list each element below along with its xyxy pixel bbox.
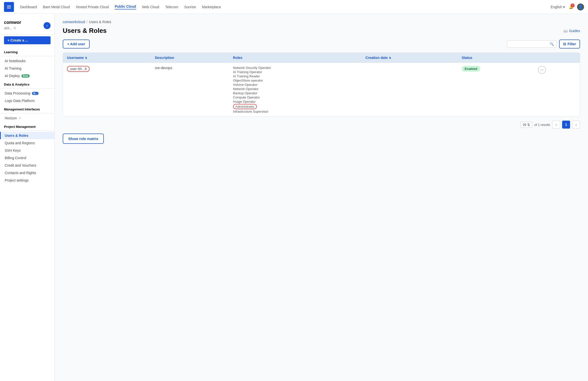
nav-link-dashboard[interactable]: Dashboard xyxy=(20,5,37,9)
role-item: Compute Operator xyxy=(233,95,357,99)
nav-link-hosted-private-cloud[interactable]: Hosted Private Cloud xyxy=(76,5,109,9)
role-item: Network Operator xyxy=(233,87,357,91)
cell-roles: Network Security OperatorAI Training Ope… xyxy=(229,63,361,117)
page-size-select[interactable]: 25 ⇅ xyxy=(521,122,532,128)
nav-link-bare-metal-cloud[interactable]: Bare Metal Cloud xyxy=(43,5,70,9)
user-account-icon[interactable]: 👤 xyxy=(577,3,584,10)
pagination: 25 ⇅ of 1 results ‹ 1 › xyxy=(63,121,580,129)
logo-icon[interactable] xyxy=(4,2,14,12)
nav-link-marketplace[interactable]: Marketplace xyxy=(202,5,221,9)
role-item: Volume Operator xyxy=(233,83,357,87)
breadcrumb: comworkcloud / Users & Roles xyxy=(63,20,580,24)
copy-icon[interactable]: ⧉ xyxy=(14,26,16,30)
sidebar-item-contacts-rights[interactable]: Contacts and Rights xyxy=(0,169,55,177)
expand-button[interactable]: › xyxy=(44,22,51,29)
sidebar-section-label-management-interfaces: Management Interfaces xyxy=(0,104,55,112)
nav-link-sunrise[interactable]: Sunrise xyxy=(184,5,196,9)
nav-link-web-cloud[interactable]: Web Cloud xyxy=(142,5,159,9)
role-administrator: Administrator xyxy=(233,104,257,109)
status-badge: Enabled xyxy=(462,66,480,72)
sidebar-item-logs-data-platform[interactable]: Logs Data Platform xyxy=(0,97,55,104)
users-table: Username⇅DescriptionRolesCreation date⇅S… xyxy=(63,53,580,116)
sidebar-item-badge: Beta xyxy=(21,74,30,78)
toolbar-right: 🔍 ⊟ Filter xyxy=(507,40,580,48)
guides-button[interactable]: 📖 Guides xyxy=(563,29,580,33)
sidebar-item-ai-training[interactable]: AI Training xyxy=(0,65,55,72)
sidebar-item-label: Project settings xyxy=(5,178,29,182)
sidebar-item-label: AI Training xyxy=(5,66,21,70)
username-value[interactable]: user-5h...9 xyxy=(67,66,90,72)
create-button-label: + Create a ... xyxy=(7,38,28,42)
external-link-icon: ↗ xyxy=(19,117,21,120)
sidebar-item-users-roles[interactable]: Users & Roles xyxy=(0,132,55,139)
notifications-button[interactable]: 🔔 3 xyxy=(568,4,574,10)
prev-page-button[interactable]: ‹ xyxy=(552,121,560,129)
page-size-chevron: ⇅ xyxy=(527,123,530,127)
language-selector[interactable]: English ▾ xyxy=(551,5,565,9)
nav-link-public-cloud[interactable]: Public Cloud xyxy=(115,4,136,9)
logo[interactable] xyxy=(4,2,14,12)
sidebar-item-billing-control[interactable]: Billing Control xyxy=(0,154,55,162)
sidebar-item-credit-vouchers[interactable]: Credit and Vouchers xyxy=(0,162,55,169)
role-item: Infrastructure Supervisor xyxy=(233,110,357,113)
nav-right: English ▾ 🔔 3 👤 xyxy=(551,3,584,10)
sidebar-item-ai-notebooks[interactable]: AI Notebooks xyxy=(0,57,55,65)
sidebar-item-ai-deploy[interactable]: AI DeployBeta xyxy=(0,72,55,80)
sidebar-item-label: AI Deploy xyxy=(5,74,20,78)
add-user-button[interactable]: + Add user xyxy=(63,40,90,48)
role-item: AI Training Operator xyxy=(233,70,357,74)
next-page-button[interactable]: › xyxy=(572,121,580,129)
top-navigation: DashboardBare Metal CloudHosted Private … xyxy=(0,0,588,14)
sidebar-item-label: Credit and Vouchers xyxy=(5,163,36,167)
table-header-row: Username⇅DescriptionRolesCreation date⇅S… xyxy=(63,53,580,63)
row-actions-button[interactable]: ··· xyxy=(538,66,546,74)
nav-link-telecom[interactable]: Telecom xyxy=(165,5,178,9)
sidebar-item-project-settings[interactable]: Project settings xyxy=(0,177,55,184)
role-item: AI Training Reader xyxy=(233,74,357,78)
cell-status: Enabled xyxy=(458,63,534,117)
filter-icon: ⊟ xyxy=(563,42,566,46)
sidebar-item-label: Horizon xyxy=(5,116,17,120)
sidebar-item-label: AI Notebooks xyxy=(5,59,26,63)
show-role-matrix-label: Show role matrix xyxy=(68,137,98,141)
sidebar-item-horizon[interactable]: Horizon↗ xyxy=(0,114,55,122)
sidebar-divider xyxy=(0,88,55,89)
sidebar: comwor d89... ⧉ › + Create a ... Learnin… xyxy=(0,14,55,381)
breadcrumb-parent[interactable]: comworkcloud xyxy=(63,20,85,24)
sidebar-section-label-learning: Learning xyxy=(0,47,55,55)
sidebar-item-data-processing[interactable]: Data ProcessingN... xyxy=(0,90,55,97)
breadcrumb-separator: / xyxy=(86,20,87,24)
col-header-creation_date[interactable]: Creation date⇅ xyxy=(361,53,458,63)
col-header-roles: Roles xyxy=(229,53,361,63)
table-body: user-5h...9sre-devopsNetwork Security Op… xyxy=(63,63,580,117)
filter-button[interactable]: ⊟ Filter xyxy=(559,40,580,48)
cell-actions: ··· xyxy=(534,63,580,117)
col-header-actions xyxy=(534,53,580,63)
table-header: Username⇅DescriptionRolesCreation date⇅S… xyxy=(63,53,580,63)
col-header-username[interactable]: Username⇅ xyxy=(63,53,151,63)
cell-username: user-5h...9 xyxy=(63,63,151,117)
cell-description: sre-devops xyxy=(151,63,229,117)
role-item: Backup Operator xyxy=(233,91,357,95)
toolbar: + Add user 🔍 ⊟ Filter xyxy=(63,40,580,48)
create-button[interactable]: + Create a ... xyxy=(4,36,51,44)
nav-links: DashboardBare Metal CloudHosted Private … xyxy=(20,4,551,9)
search-input[interactable] xyxy=(510,42,548,46)
sidebar-item-quota-regions[interactable]: Quota and Regions xyxy=(0,139,55,147)
language-label: English xyxy=(551,5,562,9)
sidebar-item-label: SSH Keys xyxy=(5,148,21,152)
filter-label: Filter xyxy=(568,42,576,46)
sort-icon-username: ⇅ xyxy=(85,56,87,60)
sidebar-divider xyxy=(0,131,55,131)
sidebar-item-ssh-keys[interactable]: SSH Keys xyxy=(0,147,55,154)
guides-label: Guides xyxy=(569,29,580,33)
search-box[interactable]: 🔍 xyxy=(507,40,557,48)
page-header: Users & Roles 📖 Guides xyxy=(63,27,580,35)
account-id: d89... ⧉ xyxy=(4,26,16,30)
show-role-matrix-button[interactable]: Show role matrix xyxy=(63,134,104,144)
sidebar-item-label: Logs Data Platform xyxy=(5,99,35,103)
page-1-button[interactable]: 1 xyxy=(562,121,570,129)
cell-creation-date xyxy=(361,63,458,117)
role-item: ObjectStore operator xyxy=(233,79,357,82)
guides-icon: 📖 xyxy=(563,29,568,33)
